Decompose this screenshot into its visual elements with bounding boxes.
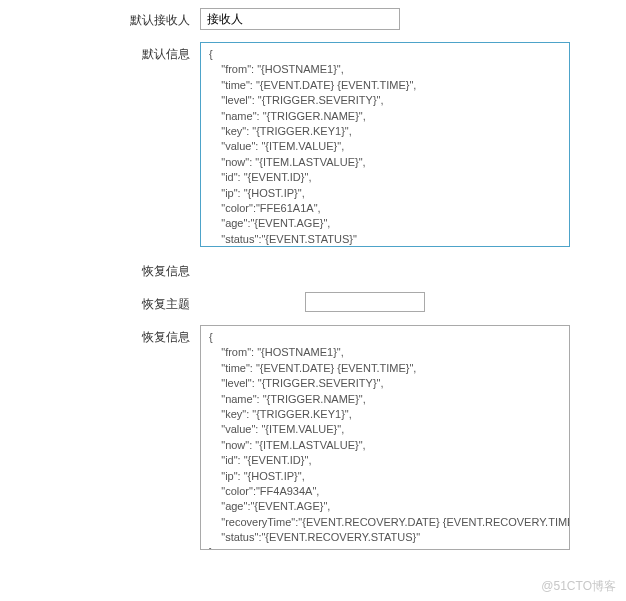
recovery-message-label: 恢复信息 [0,325,200,346]
recovery-message-textarea[interactable]: { "from": "{HOSTNAME1}", "time": "{EVENT… [200,325,570,550]
default-message-textarea[interactable]: { "from": "{HOSTNAME1}", "time": "{EVENT… [200,42,570,247]
recipient-input[interactable] [200,8,400,30]
recovery-message-row: 恢复信息 { "from": "{HOSTNAME1}", "time": "{… [0,325,626,550]
recovery-subject-label: 恢复主题 [0,292,200,313]
default-message-label: 默认信息 [0,42,200,63]
recovery-info-row: 恢复信息 [0,259,626,280]
recovery-subject-row: 恢复主题 [0,292,626,313]
recipient-row: 默认接收人 [0,8,626,30]
recovery-info-label: 恢复信息 [0,259,200,280]
watermark-text: @51CTO博客 [541,578,616,595]
recipient-label: 默认接收人 [0,8,200,29]
default-message-row: 默认信息 { "from": "{HOSTNAME1}", "time": "{… [0,42,626,247]
recovery-subject-input[interactable] [305,292,425,312]
